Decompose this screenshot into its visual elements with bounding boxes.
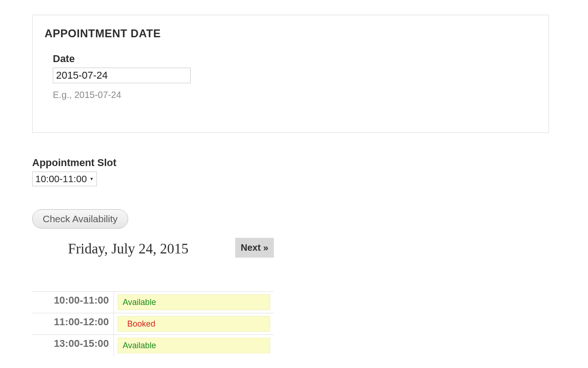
slot-status-chip[interactable]: Available [118, 338, 270, 353]
slot-time: 13:00-15:00 [32, 335, 114, 356]
appointment-slot-select[interactable]: 10:00-11:00 ▼ [32, 172, 97, 186]
slot-status-cell: Available [114, 335, 274, 356]
date-input[interactable] [53, 68, 191, 83]
slot-status-cell: Booked [114, 313, 274, 334]
slot-status-chip[interactable]: Available [118, 294, 270, 310]
date-hint: E.g., 2015-07-24 [53, 90, 539, 100]
day-view[interactable]: Friday, July 24, 2015 Next » 10:00-11:00… [32, 238, 274, 357]
fieldset-legend: APPOINTMENT DATE [45, 27, 539, 40]
next-button[interactable]: Next » [235, 238, 274, 258]
slot-status-chip[interactable]: Booked [118, 316, 270, 332]
slot-time: 10:00-11:00 [32, 292, 114, 313]
slot-table: 10:00-11:00Available11:00-12:00Booked13:… [32, 291, 274, 356]
slot-status-cell: Available [114, 292, 274, 313]
check-availability-button[interactable]: Check Availability [32, 209, 128, 229]
appointment-date-fieldset: APPOINTMENT DATE Date E.g., 2015-07-24 [32, 15, 549, 133]
chevron-down-icon: ▼ [90, 177, 94, 181]
day-view-title: Friday, July 24, 2015 [68, 241, 188, 257]
appointment-slot-label: Appointment Slot [32, 157, 549, 169]
slot-time: 11:00-12:00 [32, 313, 114, 334]
date-label: Date [53, 53, 539, 65]
appointment-slot-selected: 10:00-11:00 [35, 173, 87, 184]
slot-row: 13:00-15:00Available [32, 335, 274, 356]
slot-row: 10:00-11:00Available [32, 292, 274, 313]
slot-row: 11:00-12:00Booked [32, 313, 274, 335]
